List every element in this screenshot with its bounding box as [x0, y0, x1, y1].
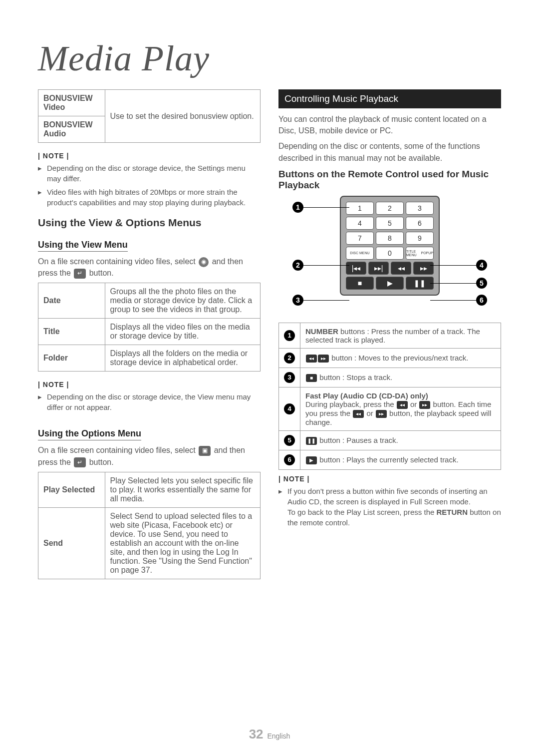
callout-desc: ■ button : Stops a track. — [300, 368, 501, 387]
key-8: 8 — [376, 232, 404, 245]
transport-row1: |◂◂ ▸▸| ◂◂ ▸▸ — [346, 262, 434, 275]
desc-text: During playback, press the — [305, 400, 396, 408]
key-5: 5 — [376, 217, 404, 230]
key-7: 7 — [346, 232, 374, 245]
bonusview-video-label: BONUSVIEW Video — [38, 90, 105, 116]
key-disc-menu: DISC MENU — [346, 247, 374, 260]
content-columns: BONUSVIEW Video Use to set the desired b… — [38, 89, 501, 588]
callout-desc: Fast Play (Audio CD (CD-DA) only) During… — [300, 387, 501, 430]
prev-icon: ◂◂ — [306, 355, 317, 363]
note-text: If you don't press a button within five … — [287, 487, 488, 506]
note-label: | NOTE | — [278, 475, 501, 483]
left-bullets-2: Depending on the disc or storage device,… — [38, 391, 261, 412]
view-menu-table: Date Groups all the the photo files on t… — [38, 283, 261, 372]
pause-icon: ❚❚ — [406, 277, 434, 290]
options-menu-table: Play Selected Play Selected lets you sel… — [38, 472, 261, 579]
row-label: Date — [38, 283, 105, 319]
prev-track-icon: |◂◂ — [346, 262, 366, 275]
note-label: | NOTE | — [38, 152, 261, 160]
rewind-icon: ◂◂ — [397, 401, 408, 409]
desc-text: or — [408, 400, 419, 408]
key-6: 6 — [406, 217, 434, 230]
music-intro-2: Depending on the disc or contents, some … — [278, 140, 501, 163]
intro-text: button. — [89, 458, 114, 466]
callout-desc: ❚❚ button : Pauses a track. — [300, 430, 501, 450]
leader-line — [430, 300, 476, 301]
bonusview-desc: Use to set the desired bonusview option. — [105, 90, 261, 143]
key-popup: TITLE MENU POPUP — [406, 247, 434, 260]
leader-line — [430, 283, 476, 284]
intro-text: button. — [89, 269, 114, 277]
callout-num: 6 — [279, 450, 300, 469]
remote-body: 1 2 3 4 5 6 7 8 9 DISC MENU 0 TITLE MENU… — [340, 196, 440, 296]
desc-text: button : Moves to the previous/next trac… — [329, 354, 468, 362]
callout-table: 1 NUMBER buttons : Press the number of a… — [278, 323, 501, 470]
forward-icon: ▸▸ — [419, 401, 430, 409]
key-1: 1 — [346, 202, 374, 215]
left-column: BONUSVIEW Video Use to set the desired b… — [38, 89, 261, 588]
leader-line — [303, 207, 349, 208]
desc-text: or — [364, 409, 375, 417]
intro-text: On a file screen containing video files,… — [38, 257, 196, 266]
desc-text: button : Plays the currently selected tr… — [317, 455, 459, 464]
leader-line — [303, 300, 349, 301]
bonusview-table: BONUSVIEW Video Use to set the desired b… — [38, 89, 261, 143]
bonusview-audio-label: BONUSVIEW Audio — [38, 116, 105, 143]
options-menu-header: Using the Options Menu — [38, 428, 141, 440]
key-3: 3 — [406, 202, 434, 215]
callout-num: 5 — [279, 430, 300, 450]
callout-2: 2 — [292, 260, 303, 271]
row-desc: Play Selected lets you select specific f… — [105, 472, 261, 507]
fastplay-label: Fast Play (Audio CD (CD-DA) only) — [305, 391, 428, 400]
leader-line — [303, 265, 349, 266]
callout-3: 3 — [292, 295, 303, 306]
callout-num: 1 — [279, 323, 300, 348]
row-label: Folder — [38, 345, 105, 372]
key-4: 4 — [346, 217, 374, 230]
transport-row2: ■ ▶ ❚❚ — [346, 277, 434, 290]
key-0: 0 — [376, 247, 404, 260]
options-icon: ▣ — [199, 446, 211, 456]
footer-lang: English — [267, 732, 290, 740]
pause-icon: ❚❚ — [306, 437, 317, 445]
view-menu-header: Using the View Menu — [38, 240, 128, 252]
number-pad: 1 2 3 4 5 6 7 8 9 DISC MENU 0 TITLE MENU… — [346, 202, 434, 260]
row-desc: Select Send to upload selected files to … — [105, 507, 261, 579]
callout-desc: ▶ button : Plays the currently selected … — [300, 450, 501, 469]
callout-desc: ◂◂▸▸ button : Moves to the previous/next… — [300, 348, 501, 368]
row-label: Send — [38, 507, 105, 579]
remote-header: Buttons on the Remote Control used for M… — [278, 169, 501, 191]
rewind-icon: ◂◂ — [391, 262, 411, 275]
desc-text: button : Stops a track. — [317, 373, 392, 381]
note-item: If you don't press a button within five … — [278, 486, 501, 528]
callout-desc: NUMBER buttons : Press the number of a t… — [300, 323, 501, 348]
page-footer: 32 English — [0, 727, 539, 742]
callout-num: 2 — [279, 348, 300, 368]
remote-diagram: 1 2 3 4 5 6 7 8 9 DISC MENU 0 TITLE MENU… — [278, 196, 501, 316]
number-label: NUMBER — [305, 327, 338, 336]
enter-icon: ↵ — [74, 457, 86, 467]
rewind-icon: ◂◂ — [353, 410, 364, 418]
play-icon: ▶ — [306, 456, 317, 464]
intro-text: On a file screen containing video files,… — [38, 446, 196, 454]
callout-6: 6 — [476, 295, 487, 306]
callout-num: 3 — [279, 368, 300, 387]
callout-num: 4 — [279, 387, 300, 430]
forward-icon: ▸▸ — [376, 410, 387, 418]
leader-line — [430, 265, 476, 266]
note-item: Depending on the disc or storage device,… — [38, 391, 261, 412]
right-bullets: If you don't press a button within five … — [278, 486, 501, 528]
enter-icon: ↵ — [74, 269, 86, 279]
row-desc: Groups all the the photo files on the me… — [105, 283, 261, 319]
play-icon: ▶ — [376, 277, 404, 290]
callout-5: 5 — [476, 278, 487, 289]
row-label: Title — [38, 319, 105, 345]
note-item: Depending on the disc or storage device,… — [38, 163, 261, 184]
music-playback-header: Controlling Music Playback — [278, 89, 501, 108]
note-text: To go back to the Play List screen, pres… — [287, 508, 437, 516]
next-track-icon: ▸▸| — [368, 262, 389, 275]
stop-icon: ■ — [346, 277, 374, 290]
note-item: Video files with high bitrates of 20Mbps… — [38, 187, 261, 208]
forward-icon: ▸▸ — [413, 262, 434, 275]
stop-icon: ■ — [306, 374, 317, 382]
